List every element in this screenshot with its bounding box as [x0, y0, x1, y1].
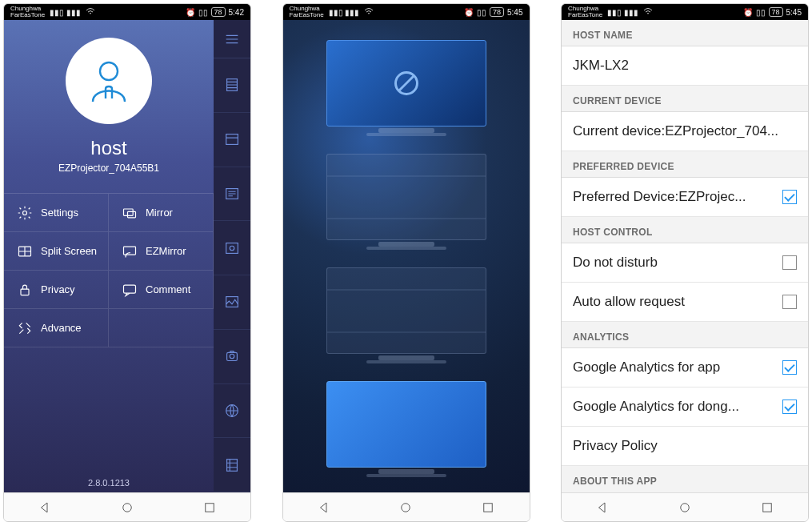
section-host-control: HOST CONTROL — [562, 217, 808, 243]
home-button[interactable] — [120, 500, 134, 515]
host-label: host — [90, 137, 126, 159]
section-hostname: HOST NAME — [562, 20, 808, 46]
svg-point-1 — [23, 211, 27, 215]
menu-advance[interactable]: Advance — [4, 309, 109, 347]
checkbox-dnd[interactable] — [782, 255, 797, 270]
lock-icon — [17, 282, 33, 298]
clock: 5:45 — [507, 8, 522, 17]
home-button[interactable] — [678, 500, 692, 515]
svg-rect-2 — [124, 209, 134, 215]
svg-point-0 — [100, 62, 118, 80]
layout-full-active[interactable] — [326, 381, 486, 477]
privacy-policy-label: Privacy Policy — [573, 438, 658, 454]
layout-quad-1[interactable] — [326, 154, 486, 250]
statusbar: Chunghwa FarEasTone ▮▮▯ ▮▮▮ ⏰ ▯▯ 78 5:45 — [283, 4, 530, 20]
side-item-4[interactable] — [214, 221, 250, 275]
row-dnd[interactable]: Do not disturb — [562, 243, 808, 283]
hamburger-button[interactable] — [214, 20, 250, 58]
recents-button[interactable] — [481, 500, 495, 515]
svg-point-12 — [230, 246, 234, 251]
signal-icon: ▮▮▯ ▮▮▮ — [329, 8, 360, 17]
dnd-label: Do not disturb — [573, 255, 658, 271]
menu-settings[interactable]: Settings — [4, 194, 109, 232]
menu-mirror[interactable]: Mirror — [109, 194, 214, 232]
side-item-6[interactable] — [214, 330, 250, 384]
checkbox-preferred[interactable] — [782, 190, 797, 204]
android-navbar — [562, 492, 808, 521]
menu-ezmirror[interactable]: EZMirror — [109, 232, 214, 271]
phone-2: Chunghwa FarEasTone ▮▮▯ ▮▮▮ ⏰ ▯▯ 78 5:45 — [282, 3, 530, 522]
recents-button[interactable] — [202, 500, 217, 515]
statusbar: Chunghwa FarEasTone ▮▮▯ ▮▮▮ ⏰ ▯▯ 78 5:42 — [4, 4, 250, 20]
row-auto-allow[interactable]: Auto allow request — [562, 283, 808, 322]
menu-privacy[interactable]: Privacy — [4, 271, 109, 309]
carrier-text: Chunghwa FarEasTone — [568, 6, 602, 18]
svg-rect-6 — [21, 289, 29, 295]
svg-point-21 — [402, 503, 410, 512]
signal-icon: ▮▮▯ ▮▮▮ — [607, 8, 638, 17]
alarm-icon: ⏰ — [743, 8, 753, 17]
alarm-icon: ⏰ — [464, 8, 474, 17]
checkbox-ga-app[interactable] — [782, 360, 797, 375]
svg-rect-7 — [124, 285, 136, 293]
settings-list-screen[interactable]: HOST NAME JKM-LX2 CURRENT DEVICE Current… — [562, 20, 808, 492]
svg-rect-22 — [484, 503, 493, 512]
menu-label: Advance — [41, 322, 82, 334]
row-privacy-policy[interactable]: Privacy Policy — [562, 427, 808, 466]
svg-rect-17 — [227, 459, 238, 471]
back-button[interactable] — [38, 500, 52, 515]
svg-point-18 — [123, 503, 132, 512]
row-current-device[interactable]: Current device:EZProjector_704... — [562, 112, 808, 151]
menu-empty — [109, 309, 214, 347]
app-version: 2.8.0.1213 — [88, 478, 130, 488]
settings-drawer-screen: host EZProjector_704A55B1 Settings Mirro… — [4, 20, 250, 492]
home-button[interactable] — [398, 500, 413, 515]
menu-label: Mirror — [146, 207, 173, 219]
side-item-3[interactable] — [214, 167, 250, 222]
statusbar: Chunghwa FarEasTone ▮▮▯ ▮▮▮ ⏰ ▯▯ 78 5:45 — [562, 4, 808, 20]
back-button[interactable] — [317, 500, 331, 515]
row-ga-dongle[interactable]: Google Analytics for dong... — [562, 387, 808, 427]
projector-name: EZProjector_704A55B1 — [58, 163, 159, 174]
row-preferred-device[interactable]: Preferred Device:EZProjec... — [562, 178, 808, 217]
row-ga-app[interactable]: Google Analytics for app — [562, 348, 808, 387]
clock: 5:45 — [786, 8, 802, 17]
preferred-device-value: Preferred Device:EZProjec... — [573, 189, 746, 205]
svg-rect-3 — [128, 211, 136, 218]
side-item-7[interactable] — [214, 384, 250, 439]
split-layout-screen — [283, 20, 530, 492]
current-device-value: Current device:EZProjector_704... — [573, 123, 778, 139]
checkbox-ga-dongle[interactable] — [782, 400, 797, 414]
section-about: ABOUT THIS APP — [562, 466, 808, 492]
section-current-device: CURRENT DEVICE — [562, 86, 808, 112]
vibrate-icon: ▯▯ — [198, 8, 208, 17]
side-item-5[interactable] — [214, 275, 250, 330]
battery-icon: 78 — [211, 7, 226, 17]
split-icon — [17, 243, 33, 259]
vibrate-icon: ▯▯ — [477, 8, 486, 17]
menu-grid: Settings Mirror Split Screen EZMirror Pr… — [4, 193, 214, 347]
layout-quad-2[interactable] — [326, 267, 486, 363]
svg-point-15 — [230, 354, 234, 359]
menu-split-screen[interactable]: Split Screen — [4, 232, 109, 271]
side-item-2[interactable] — [214, 113, 250, 167]
section-analytics: ANALYTICS — [562, 322, 808, 348]
clock: 5:42 — [229, 8, 244, 17]
side-item-8[interactable] — [214, 438, 250, 492]
phone-3: Chunghwa FarEasTone ▮▮▯ ▮▮▮ ⏰ ▯▯ 78 5:45… — [561, 3, 809, 522]
section-preferred-device: PREFERRED DEVICE — [562, 151, 808, 178]
menu-label: EZMirror — [146, 245, 186, 257]
side-rail — [214, 20, 250, 492]
checkbox-auto-allow[interactable] — [782, 295, 797, 309]
menu-comment[interactable]: Comment — [109, 271, 214, 309]
back-button[interactable] — [595, 500, 610, 515]
gear-icon — [17, 205, 33, 221]
alarm-icon: ⏰ — [186, 8, 195, 17]
recents-button[interactable] — [760, 500, 774, 515]
avatar[interactable] — [66, 38, 152, 124]
layout-full-disabled[interactable] — [326, 40, 486, 136]
side-item-1[interactable] — [214, 58, 250, 113]
tools-icon — [17, 320, 33, 336]
row-hostname[interactable]: JKM-LX2 — [562, 46, 808, 86]
menu-label: Privacy — [41, 283, 75, 295]
